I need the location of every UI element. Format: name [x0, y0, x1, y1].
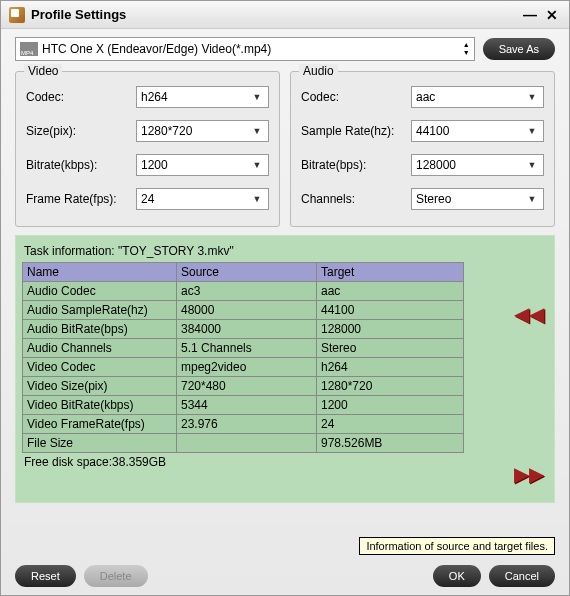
audio-channels-select[interactable]: Stereo▼: [411, 188, 544, 210]
cell-source: mpeg2video: [177, 358, 317, 377]
table-row: Audio SampleRate(hz)4800044100: [23, 301, 464, 320]
cell-name: Video Codec: [23, 358, 177, 377]
next-task-button[interactable]: ▶▶: [514, 462, 544, 486]
cell-source: 720*480: [177, 377, 317, 396]
table-row: Audio Codecac3aac: [23, 282, 464, 301]
close-button[interactable]: ✕: [543, 6, 561, 24]
footer: Reset Delete OK Cancel: [1, 565, 569, 587]
cell-source: ac3: [177, 282, 317, 301]
task-info-title: Task information: "TOY_STORY 3.mkv": [22, 242, 548, 262]
col-target: Target: [317, 263, 464, 282]
cell-source: [177, 434, 317, 453]
delete-button: Delete: [84, 565, 148, 587]
table-row: Audio Channels5.1 ChannelsStereo: [23, 339, 464, 358]
task-info-panel: Task information: "TOY_STORY 3.mkv" Name…: [15, 235, 555, 503]
cell-target: aac: [317, 282, 464, 301]
col-source: Source: [177, 263, 317, 282]
chevron-down-icon: ▼: [250, 126, 264, 136]
chevron-down-icon: ▼: [525, 92, 539, 102]
cell-target: h264: [317, 358, 464, 377]
table-row: Audio BitRate(bps)384000128000: [23, 320, 464, 339]
audio-codec-select[interactable]: aac▼: [411, 86, 544, 108]
save-as-button[interactable]: Save As: [483, 38, 555, 60]
cancel-button[interactable]: Cancel: [489, 565, 555, 587]
cell-source: 384000: [177, 320, 317, 339]
table-row: Video Codecmpeg2videoh264: [23, 358, 464, 377]
ok-button[interactable]: OK: [433, 565, 481, 587]
cell-target: 128000: [317, 320, 464, 339]
video-size-label: Size(pix):: [26, 124, 136, 138]
minimize-button[interactable]: —: [521, 6, 539, 24]
video-codec-select[interactable]: h264▼: [136, 86, 269, 108]
cell-name: File Size: [23, 434, 177, 453]
audio-group-title: Audio: [299, 64, 338, 78]
video-group-title: Video: [24, 64, 62, 78]
video-bitrate-label: Bitrate(kbps):: [26, 158, 136, 172]
cell-name: Audio BitRate(bps): [23, 320, 177, 339]
reset-button[interactable]: Reset: [15, 565, 76, 587]
table-row: File Size978.526MB: [23, 434, 464, 453]
cell-target: 44100: [317, 301, 464, 320]
audio-bitrate-select[interactable]: 128000▼: [411, 154, 544, 176]
audio-samplerate-label: Sample Rate(hz):: [301, 124, 411, 138]
chevron-down-icon: ▼: [250, 92, 264, 102]
task-info-table: Name Source Target Audio Codecac3aacAudi…: [22, 262, 464, 453]
profile-select[interactable]: HTC One X (Endeavor/Edge) Video(*.mp4) ▲…: [15, 37, 475, 61]
cell-name: Audio SampleRate(hz): [23, 301, 177, 320]
mp4-icon: [20, 42, 38, 56]
video-framerate-label: Frame Rate(fps):: [26, 192, 136, 206]
app-icon: [9, 7, 25, 23]
profile-row: HTC One X (Endeavor/Edge) Video(*.mp4) ▲…: [1, 29, 569, 67]
cell-target: Stereo: [317, 339, 464, 358]
chevron-down-icon: ▼: [250, 194, 264, 204]
cell-source: 5344: [177, 396, 317, 415]
profile-stepper[interactable]: ▲▼: [463, 41, 470, 57]
chevron-down-icon: ▼: [525, 126, 539, 136]
video-size-select[interactable]: 1280*720▼: [136, 120, 269, 142]
video-group: Video Codec:h264▼ Size(pix):1280*720▼ Bi…: [15, 71, 280, 227]
cell-target: 978.526MB: [317, 434, 464, 453]
video-bitrate-select[interactable]: 1200▼: [136, 154, 269, 176]
video-codec-label: Codec:: [26, 90, 136, 104]
free-disk-space: Free disk space:38.359GB: [22, 453, 548, 469]
cell-name: Video BitRate(kbps): [23, 396, 177, 415]
cell-source: 23.976: [177, 415, 317, 434]
col-name: Name: [23, 263, 177, 282]
profile-selected-text: HTC One X (Endeavor/Edge) Video(*.mp4): [42, 42, 459, 56]
window-title: Profile Settings: [31, 7, 517, 22]
cell-target: 24: [317, 415, 464, 434]
video-framerate-select[interactable]: 24▼: [136, 188, 269, 210]
audio-samplerate-select[interactable]: 44100▼: [411, 120, 544, 142]
audio-group: Audio Codec:aac▼ Sample Rate(hz):44100▼ …: [290, 71, 555, 227]
cell-name: Audio Channels: [23, 339, 177, 358]
prev-task-button[interactable]: ◀◀: [514, 302, 544, 326]
audio-bitrate-label: Bitrate(bps):: [301, 158, 411, 172]
cell-target: 1280*720: [317, 377, 464, 396]
chevron-down-icon: ▼: [525, 160, 539, 170]
table-row: Video BitRate(kbps)53441200: [23, 396, 464, 415]
cell-source: 5.1 Channels: [177, 339, 317, 358]
titlebar: Profile Settings — ✕: [1, 1, 569, 29]
cell-source: 48000: [177, 301, 317, 320]
profile-settings-window: Profile Settings — ✕ HTC One X (Endeavor…: [0, 0, 570, 596]
table-row: Video FrameRate(fps)23.97624: [23, 415, 464, 434]
cell-name: Video FrameRate(fps): [23, 415, 177, 434]
table-row: Video Size(pix)720*4801280*720: [23, 377, 464, 396]
tooltip: Information of source and target files.: [359, 537, 555, 555]
audio-codec-label: Codec:: [301, 90, 411, 104]
chevron-down-icon: ▼: [250, 160, 264, 170]
cell-target: 1200: [317, 396, 464, 415]
audio-channels-label: Channels:: [301, 192, 411, 206]
cell-name: Video Size(pix): [23, 377, 177, 396]
cell-name: Audio Codec: [23, 282, 177, 301]
chevron-down-icon: ▼: [525, 194, 539, 204]
